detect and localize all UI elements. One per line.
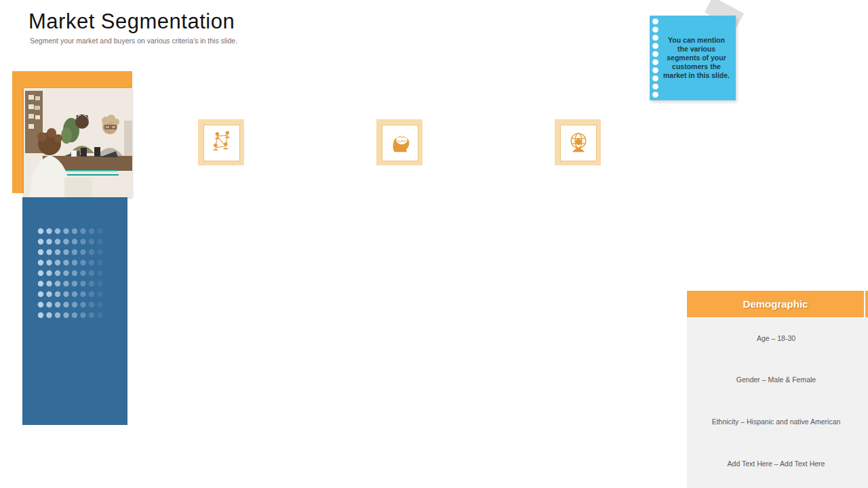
header-demographic[interactable]: Demographic bbox=[687, 291, 865, 317]
psychographic-icon-frame[interactable] bbox=[376, 119, 422, 165]
page-subtitle[interactable]: Segment your market and buyers on variou… bbox=[30, 37, 237, 45]
cell-demographic-1[interactable]: Age – 18-30 bbox=[687, 317, 865, 359]
cell-psychographic-2[interactable]: Interest – Technical Individual bbox=[865, 359, 868, 401]
cell-psychographic-3[interactable]: Add Text Here – Add Text Here bbox=[865, 401, 868, 443]
dot-grid bbox=[37, 228, 105, 319]
cell-demographic-2[interactable]: Gender – Male & Female bbox=[687, 359, 865, 401]
globe-person-icon bbox=[565, 129, 592, 157]
cell-psychographic-1[interactable]: Lifestyle – Upper Middle Class bbox=[865, 317, 868, 359]
demographic-icon-frame[interactable] bbox=[198, 119, 244, 165]
sticky-note[interactable]: You can mention the various segments of … bbox=[650, 16, 736, 100]
head-brain-icon bbox=[387, 129, 414, 157]
blue-dots-panel bbox=[22, 197, 127, 425]
geographic-icon-frame[interactable]: Demographic Psychographic Geographic Beh… bbox=[555, 119, 601, 165]
sticky-note-text[interactable]: You can mention the various segments of … bbox=[662, 16, 731, 100]
table-body: Age – 18-30 Lifestyle – Upper Middle Cla… bbox=[687, 317, 868, 488]
cell-demographic-4[interactable]: Add Text Here – Add Text Here bbox=[687, 443, 865, 485]
cell-psychographic-4[interactable]: Add Text Here – Add Text Here bbox=[865, 443, 868, 485]
people-network-icon bbox=[208, 129, 235, 157]
note-holes bbox=[652, 18, 660, 98]
cell-demographic-3[interactable]: Ethnicity – Hispanic and native American bbox=[687, 401, 865, 443]
page-title[interactable]: Market Segmentation bbox=[28, 9, 235, 34]
cell-psychographic-5[interactable]: Add Text Here – Add Text Here bbox=[865, 484, 868, 488]
slide-market-segmentation: Market Segmentation Segment your market … bbox=[0, 0, 868, 488]
header-psychographic[interactable]: Psychographic bbox=[865, 291, 868, 317]
team-meeting-photo bbox=[24, 88, 132, 197]
cell-demographic-5[interactable]: Add Text Here – Add Text Here bbox=[687, 484, 865, 488]
table-header-row: Demographic Psychographic Geographic Beh… bbox=[687, 291, 868, 317]
